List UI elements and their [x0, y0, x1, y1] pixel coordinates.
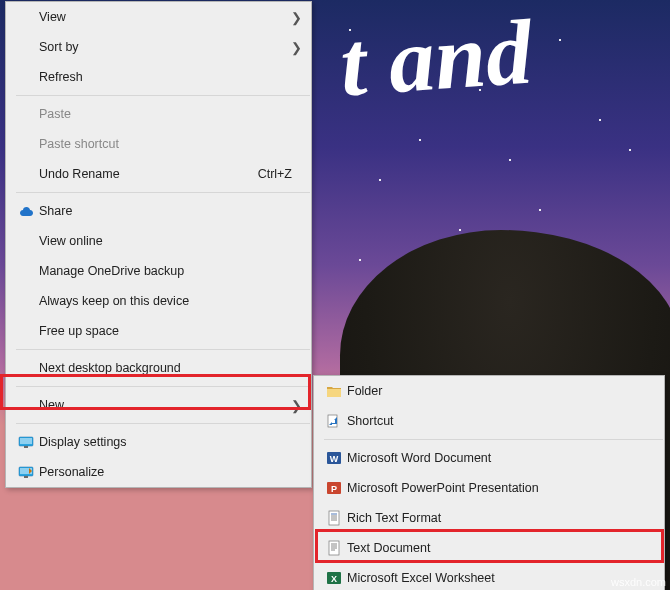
- word-icon: W: [321, 450, 347, 466]
- watermark: wsxdn.com: [611, 576, 666, 588]
- separator: [16, 95, 310, 96]
- menu-sort-by[interactable]: Sort by ❯: [6, 32, 311, 62]
- text-icon: [321, 540, 347, 556]
- menu-label: Personalize: [39, 465, 304, 479]
- menu-label: Share: [39, 204, 304, 218]
- rtf-icon: [321, 510, 347, 526]
- menu-label: Next desktop background: [39, 361, 304, 375]
- menu-label: View: [39, 10, 288, 24]
- submenu-rtf[interactable]: Rich Text Format: [314, 503, 664, 533]
- menu-refresh[interactable]: Refresh: [6, 62, 311, 92]
- menu-share[interactable]: Share: [6, 196, 311, 226]
- menu-display-settings[interactable]: Display settings: [6, 427, 311, 457]
- personalize-icon: [13, 466, 39, 479]
- menu-label: Always keep on this device: [39, 294, 304, 308]
- menu-label: Paste: [39, 107, 304, 121]
- chevron-right-icon: ❯: [288, 40, 304, 55]
- menu-label: Undo Rename: [39, 167, 258, 181]
- menu-label: Folder: [347, 384, 657, 398]
- separator: [16, 386, 310, 387]
- desktop-context-menu: View ❯ Sort by ❯ Refresh Paste Paste sho…: [5, 1, 312, 488]
- svg-text:W: W: [330, 454, 339, 464]
- menu-paste-shortcut: Paste shortcut: [6, 129, 311, 159]
- menu-label: View online: [39, 234, 304, 248]
- chevron-right-icon: ❯: [288, 10, 304, 25]
- menu-free-up-space[interactable]: Free up space: [6, 316, 311, 346]
- menu-label: Refresh: [39, 70, 304, 84]
- menu-paste: Paste: [6, 99, 311, 129]
- menu-label: Rich Text Format: [347, 511, 657, 525]
- menu-personalize[interactable]: Personalize: [6, 457, 311, 487]
- powerpoint-icon: P: [321, 480, 347, 496]
- new-submenu: Folder Shortcut W Microsoft Word Documen…: [313, 375, 665, 590]
- folder-icon: [321, 385, 347, 398]
- menu-label: Manage OneDrive backup: [39, 264, 304, 278]
- svg-rect-2: [24, 446, 28, 448]
- display-icon: [13, 436, 39, 449]
- menu-label: Display settings: [39, 435, 304, 449]
- submenu-text-document[interactable]: Text Document: [314, 533, 664, 563]
- menu-view[interactable]: View ❯: [6, 2, 311, 32]
- menu-label: Free up space: [39, 324, 304, 338]
- separator: [16, 192, 310, 193]
- menu-undo[interactable]: Undo Rename Ctrl+Z: [6, 159, 311, 189]
- separator: [16, 423, 310, 424]
- menu-always-keep[interactable]: Always keep on this device: [6, 286, 311, 316]
- excel-icon: X: [321, 570, 347, 586]
- menu-label: Paste shortcut: [39, 137, 304, 151]
- menu-label: Microsoft Word Document: [347, 451, 657, 465]
- svg-text:P: P: [331, 484, 337, 494]
- separator: [16, 349, 310, 350]
- menu-new[interactable]: New ❯: [6, 390, 311, 420]
- wallpaper-text: t and: [337, 0, 536, 118]
- chevron-right-icon: ❯: [288, 398, 304, 413]
- svg-rect-5: [24, 476, 28, 478]
- shortcut-icon: [321, 413, 347, 429]
- menu-label: Shortcut: [347, 414, 657, 428]
- svg-rect-1: [20, 438, 32, 444]
- svg-text:X: X: [331, 574, 337, 584]
- menu-manage-onedrive[interactable]: Manage OneDrive backup: [6, 256, 311, 286]
- shortcut-text: Ctrl+Z: [258, 167, 304, 181]
- menu-label: Microsoft PowerPoint Presentation: [347, 481, 657, 495]
- submenu-shortcut[interactable]: Shortcut: [314, 406, 664, 436]
- menu-label: New: [39, 398, 288, 412]
- submenu-word[interactable]: W Microsoft Word Document: [314, 443, 664, 473]
- separator: [324, 439, 663, 440]
- menu-label: Sort by: [39, 40, 288, 54]
- submenu-folder[interactable]: Folder: [314, 376, 664, 406]
- menu-label: Text Document: [347, 541, 657, 555]
- cloud-icon: [13, 206, 39, 217]
- menu-next-background[interactable]: Next desktop background: [6, 353, 311, 383]
- menu-view-online[interactable]: View online: [6, 226, 311, 256]
- submenu-powerpoint[interactable]: P Microsoft PowerPoint Presentation: [314, 473, 664, 503]
